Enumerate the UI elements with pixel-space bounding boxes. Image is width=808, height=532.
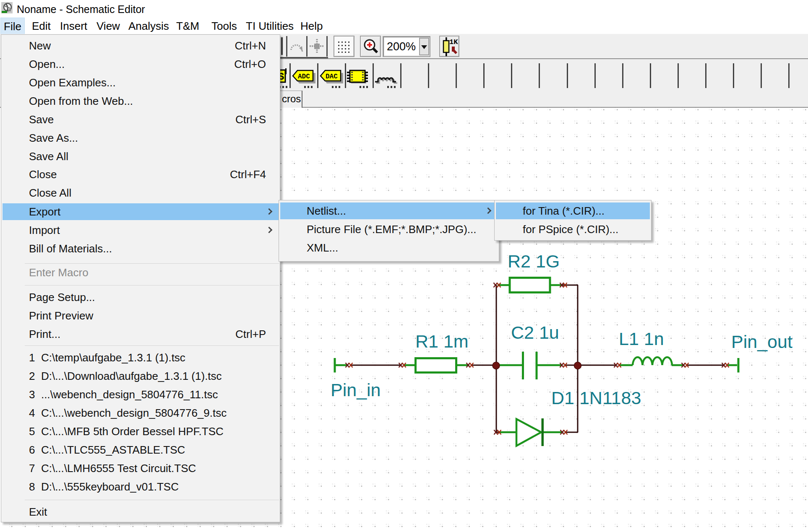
svg-text:ADC: ADC [298,73,310,80]
svg-text:L1 1n: L1 1n [619,329,664,349]
svg-text:Pin_out: Pin_out [731,332,792,352]
svg-text:R1 1m: R1 1m [415,331,469,351]
svg-text:DAC: DAC [326,73,338,80]
svg-text:1K: 1K [449,38,458,46]
svg-text:C2 1u: C2 1u [511,322,559,343]
svg-text:D1 1N1183: D1 1N1183 [551,388,641,408]
svg-text:Pin_in: Pin_in [331,380,381,400]
svg-text:R2 1G: R2 1G [508,251,560,271]
